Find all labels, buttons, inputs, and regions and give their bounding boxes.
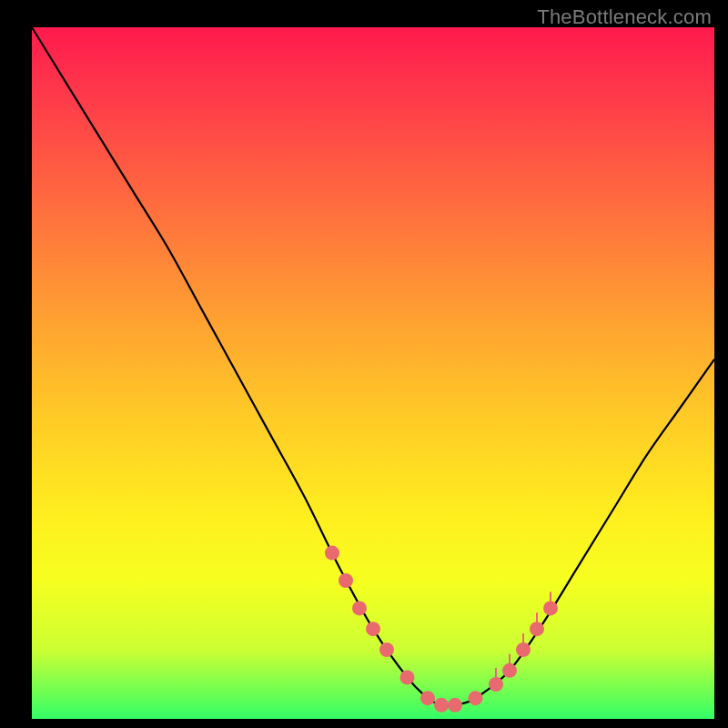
- marker-dot: [325, 546, 339, 561]
- marker-dot: [448, 698, 462, 713]
- bottleneck-curve: [32, 27, 714, 706]
- marker-dot: [530, 622, 544, 636]
- marker-dot: [543, 601, 558, 615]
- marker-dot: [366, 622, 380, 636]
- marker-dot: [379, 642, 394, 657]
- marker-dot: [434, 698, 449, 713]
- marker-dot: [400, 670, 415, 684]
- marker-dot: [502, 663, 517, 678]
- watermark-text: TheBottleneck.com: [537, 5, 712, 29]
- marker-dots: [325, 546, 558, 713]
- marker-dot: [420, 691, 435, 705]
- marker-dot: [469, 691, 483, 705]
- curve-layer: [32, 27, 714, 719]
- marker-dot: [489, 677, 503, 692]
- marker-dot: [352, 601, 367, 615]
- plot-area: [32, 27, 714, 719]
- chart-frame: TheBottleneck.com: [0, 0, 728, 728]
- marker-dot: [516, 642, 531, 657]
- marker-dot: [339, 573, 353, 588]
